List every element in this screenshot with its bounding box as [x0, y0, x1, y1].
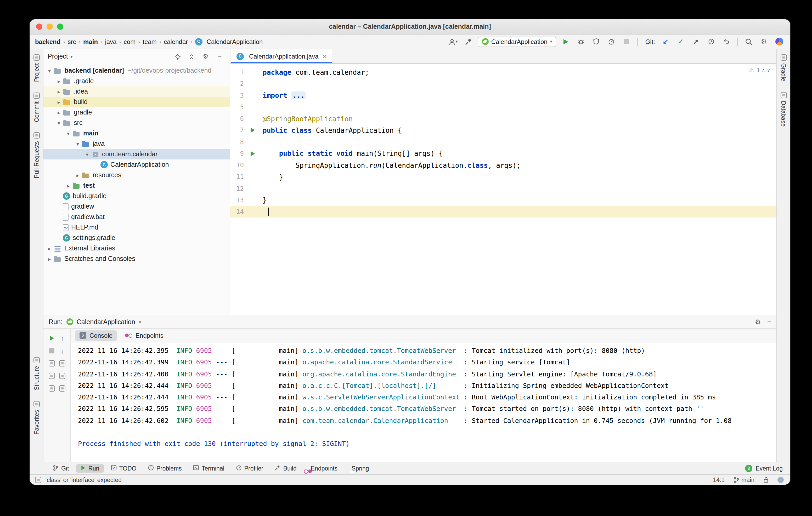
tree-row[interactable]: ▸test — [44, 180, 230, 191]
editor-surface[interactable]: 1package com.team.calendar;23import ...5… — [230, 64, 776, 315]
restore-layout-button[interactable] — [46, 358, 58, 369]
close-tab-icon[interactable]: × — [323, 53, 326, 60]
tree-row[interactable]: gradlew.bat — [44, 212, 230, 222]
rerun-button[interactable] — [46, 333, 58, 344]
code-line[interactable]: 12 — [230, 183, 776, 194]
lock-widget[interactable] — [763, 477, 769, 483]
toolwindow-button-todo[interactable]: TODO — [106, 464, 141, 473]
debug-button[interactable] — [575, 36, 587, 47]
print-button[interactable] — [46, 383, 58, 394]
code-line[interactable]: 9 public static void main(String[] args)… — [230, 148, 776, 160]
line-number[interactable]: 2 — [230, 80, 248, 88]
run-line-icon[interactable] — [251, 151, 255, 156]
project-panel-title[interactable]: Project — [48, 53, 68, 60]
line-number[interactable]: 8 — [230, 138, 248, 146]
line-number[interactable]: 13 — [230, 196, 248, 204]
line-number[interactable]: 3 — [230, 92, 248, 99]
tree-chevron-icon[interactable]: ▾ — [55, 120, 63, 126]
code-area[interactable]: 1package com.team.calendar;23import ...5… — [230, 64, 776, 218]
editor-tab[interactable]: CalendarApplication.java × — [231, 49, 332, 63]
collapse-all-button[interactable] — [186, 51, 197, 62]
code-line[interactable]: 2 — [230, 78, 776, 90]
breadcrumb-item[interactable]: java — [105, 38, 116, 45]
tree-chevron-icon[interactable]: ▾ — [83, 151, 91, 157]
line-number[interactable]: 5 — [230, 103, 248, 111]
caret-position-widget[interactable]: 14:1 — [713, 477, 725, 483]
rollback-button[interactable] — [720, 36, 732, 47]
tree-row[interactable]: HELP.md — [44, 222, 230, 233]
pause-output-button[interactable] — [57, 370, 68, 382]
line-number[interactable]: 10 — [230, 161, 248, 169]
line-number[interactable]: 12 — [230, 185, 248, 192]
sidebar-item-database[interactable]: Database — [780, 92, 787, 126]
close-run-tab-icon[interactable]: × — [138, 318, 142, 326]
soft-wrap-button[interactable] — [57, 358, 68, 369]
tree-chevron-icon[interactable]: ▾ — [46, 68, 53, 73]
toolwindow-button-endpoints[interactable]: Endpoints — [303, 464, 342, 472]
event-log-button[interactable]: 2 Event Log — [745, 464, 783, 472]
tree-row[interactable]: ▸build — [44, 97, 230, 107]
profiler-button[interactable] — [606, 36, 617, 47]
indicator-icon[interactable] — [778, 477, 784, 483]
line-number[interactable]: 14 — [230, 208, 248, 215]
code-line[interactable]: 14 — [230, 206, 776, 218]
tree-chevron-icon[interactable]: ▸ — [46, 256, 53, 262]
history-button[interactable] — [705, 36, 717, 47]
tree-row[interactable]: ▸resources — [44, 170, 230, 180]
code-with-me-button[interactable] — [773, 36, 785, 47]
tree-row[interactable]: settings.gradle — [44, 233, 230, 243]
tree-chevron-icon[interactable]: ▸ — [55, 110, 63, 115]
tree-row[interactable]: build.gradle — [44, 191, 230, 201]
tree-row[interactable]: ▸Scratches and Consoles — [44, 253, 230, 264]
update-project-button[interactable]: ↙ — [660, 36, 671, 47]
build-project-button[interactable] — [463, 36, 474, 47]
tree-row[interactable]: gradlew — [44, 201, 230, 212]
hide-panel-button[interactable]: − — [214, 51, 226, 62]
sidebar-item-favorites[interactable]: Favorites — [33, 401, 39, 434]
tree-row[interactable]: CalendarApplication — [44, 159, 230, 170]
tree-row[interactable]: ▸.gradle — [44, 76, 230, 86]
gutter-icon-slot[interactable] — [248, 151, 257, 156]
code-line[interactable]: 13} — [230, 194, 776, 206]
stop-button[interactable] — [621, 36, 632, 47]
zoom-window-button[interactable] — [57, 24, 63, 30]
up-the-stack-trace-button[interactable]: ↑ — [57, 333, 68, 344]
tree-row[interactable]: ▾java — [44, 139, 230, 149]
tree-row[interactable]: ▸.idea — [44, 86, 230, 97]
clear-all-button[interactable] — [57, 383, 68, 394]
tree-chevron-icon[interactable]: ▸ — [46, 245, 53, 251]
code-line[interactable]: 10 SpringApplication.run(CalendarApplica… — [230, 159, 776, 171]
tree-chevron-icon[interactable]: ▸ — [55, 78, 63, 84]
breadcrumb-item[interactable]: CalendarApplication — [207, 38, 263, 45]
sidebar-item-gradle[interactable]: Gradle — [780, 54, 787, 81]
tree-chevron-icon[interactable]: ▾ — [74, 141, 82, 147]
settings-button[interactable]: ⚙ — [758, 36, 770, 47]
tree-row[interactable]: ▸External Libraries — [44, 243, 230, 253]
tree-row[interactable]: ▾com.team.calendar — [44, 149, 230, 159]
toolwindow-button-build[interactable]: Build — [270, 464, 301, 473]
tree-chevron-icon[interactable]: ▸ — [64, 183, 72, 188]
toolwindow-button-run[interactable]: Run — [76, 464, 104, 472]
down-the-stack-trace-button[interactable]: ↓ — [57, 345, 68, 357]
line-number[interactable]: 6 — [230, 115, 248, 122]
commit-button[interactable]: ✓ — [675, 36, 687, 47]
code-line[interactable]: 5 — [230, 101, 776, 113]
previous-problem-button[interactable]: ∧ — [762, 68, 765, 72]
sidebar-item-project[interactable]: Project — [33, 54, 39, 82]
scroll-to-end-button[interactable] — [46, 370, 58, 382]
line-number[interactable]: 9 — [230, 150, 248, 157]
toolwindow-toggle-icon[interactable] — [35, 477, 41, 483]
run-config-selector[interactable]: CalendarApplication ▾ — [478, 36, 556, 47]
sidebar-item-pull-requests[interactable]: Pull Requests — [33, 132, 39, 179]
breadcrumb-item[interactable]: src — [68, 38, 76, 45]
toolwindow-button-problems[interactable]: Problems — [143, 464, 186, 473]
stop-button[interactable] — [46, 345, 58, 357]
toolwindow-button-terminal[interactable]: Terminal — [188, 464, 229, 473]
minimize-window-button[interactable] — [47, 24, 53, 30]
tree-row[interactable]: ▾backend [calendar]~/git/devops-project/… — [44, 65, 230, 76]
tree-chevron-icon[interactable]: ▾ — [64, 130, 72, 136]
hide-run-panel-button[interactable]: − — [767, 318, 771, 325]
code-line[interactable]: 7public class CalendarApplication { — [230, 125, 776, 136]
gutter-icon-slot[interactable] — [248, 128, 257, 133]
sidebar-item-structure[interactable]: Structure — [33, 357, 39, 390]
